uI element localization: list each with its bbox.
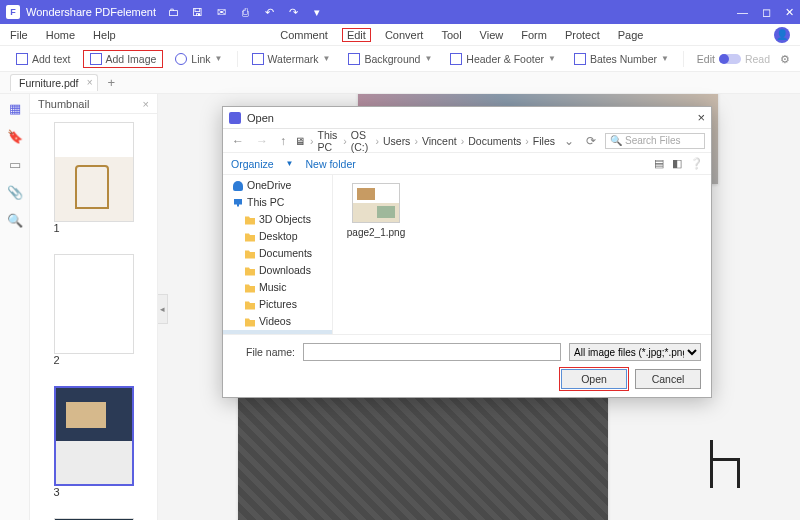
menu-home[interactable]: Home [46,29,75,41]
rail-attachments-icon[interactable]: 📎 [7,184,23,200]
organize-menu[interactable]: Organize [231,158,274,170]
page-thumb-3[interactable] [54,386,134,486]
tree-node[interactable]: OneDrive [223,177,332,194]
filetype-filter[interactable]: All image files (*.jpg;*.png;*.tif;* [569,343,701,361]
menu-edit[interactable]: Edit [342,28,371,42]
menu-view[interactable]: View [480,29,504,41]
rail-bookmarks-icon[interactable]: 🔖 [7,128,23,144]
folder-icon [245,249,255,259]
collapse-panel-handle[interactable]: ◂ [158,294,168,324]
undo-icon[interactable]: ↶ [262,5,276,19]
dialog-app-icon [229,112,241,124]
folder-icon [245,266,255,276]
folder-icon [245,215,255,225]
panel-close-icon[interactable]: × [143,98,149,110]
tree-node[interactable]: Pictures [223,296,332,313]
user-avatar-icon[interactable]: 👤 [774,27,790,43]
edit-read-toggle[interactable] [719,54,741,64]
bates-icon [574,53,586,65]
folder-icon [245,283,255,293]
left-rail: ▦ 🔖 ▭ 📎 🔍 [0,94,30,520]
file-name: page2_1.png [347,227,405,238]
open-file-dialog: Open × ← → ↑ 🖥› This PC› OS (C:)› Users›… [222,106,712,398]
rail-thumbnails-icon[interactable]: ▦ [7,100,23,116]
tool-add-image[interactable]: Add Image [83,50,164,68]
refresh-icon[interactable]: ⟳ [583,134,599,148]
tree-node[interactable]: Documents [223,245,332,262]
open-button[interactable]: Open [561,369,627,389]
tree-node[interactable]: Videos [223,313,332,330]
nav-forward-icon[interactable]: → [253,134,271,148]
help-icon[interactable]: ❔ [690,157,703,170]
menu-tool[interactable]: Tool [441,29,461,41]
preview-pane-icon[interactable]: ◧ [672,157,682,170]
more-icon[interactable]: ▾ [310,5,324,19]
chevron-down-icon[interactable]: ⌄ [561,134,577,148]
dialog-close-icon[interactable]: × [697,110,705,125]
file-list[interactable]: page2_1.png [333,175,711,334]
thumbnail-title: Thumbnail [38,98,89,110]
tool-add-text[interactable]: Add text [10,51,77,67]
tree-node[interactable]: Music [223,279,332,296]
folder-icon [245,300,255,310]
menubar: File Home Help Comment Edit Convert Tool… [0,24,800,46]
tab-furniture[interactable]: Furniture.pdf × [10,74,98,91]
redo-icon[interactable]: ↷ [286,5,300,19]
tab-close-icon[interactable]: × [87,77,93,88]
tree-node[interactable]: Desktop [223,228,332,245]
app-logo: F [6,5,20,19]
view-mode-icon[interactable]: ▤ [654,157,664,170]
settings-icon[interactable]: ⚙ [780,53,790,65]
cloud-icon [233,181,243,191]
folder-icon [245,317,255,327]
tool-header-footer[interactable]: Header & Footer▼ [444,51,562,67]
tool-link[interactable]: Link▼ [169,51,228,67]
page-thumb-1[interactable] [54,122,134,222]
menu-help[interactable]: Help [93,29,116,41]
chair-graphic [710,440,750,490]
menu-convert[interactable]: Convert [385,29,424,41]
image-icon [90,53,102,65]
nav-up-icon[interactable]: ↑ [277,134,289,148]
file-item[interactable]: page2_1.png [341,183,411,238]
nav-back-icon[interactable]: ← [229,134,247,148]
rail-search-icon[interactable]: 🔍 [7,212,23,228]
search-icon: 🔍 [610,135,622,146]
watermark-icon [252,53,264,65]
folder-tree[interactable]: OneDriveThis PC3D ObjectsDesktopDocument… [223,175,333,334]
close-icon[interactable]: ✕ [785,6,794,19]
rail-comments-icon[interactable]: ▭ [7,156,23,172]
menu-protect[interactable]: Protect [565,29,600,41]
text-icon [16,53,28,65]
mode-edit-label: Edit [697,53,715,65]
tree-node[interactable]: Downloads [223,262,332,279]
pc-icon [233,198,243,208]
tree-node[interactable]: 3D Objects [223,211,332,228]
menu-file[interactable]: File [10,29,28,41]
document-tabs: Furniture.pdf × + [0,72,800,94]
background-icon [348,53,360,65]
thumbnail-panel: Thumbnail × 1 2 3 4 [30,94,158,520]
minimize-icon[interactable]: — [737,6,748,19]
cancel-button[interactable]: Cancel [635,369,701,389]
dialog-search-input[interactable]: 🔍Search Files [605,133,705,149]
new-folder-button[interactable]: New folder [306,158,356,170]
tool-background[interactable]: Background▼ [342,51,438,67]
open-folder-icon[interactable]: 🗀 [166,5,180,19]
menu-form[interactable]: Form [521,29,547,41]
tree-node[interactable]: This PC [223,194,332,211]
filename-input[interactable] [303,343,561,361]
dialog-title: Open [247,112,274,124]
print-icon[interactable]: ⎙ [238,5,252,19]
menu-comment[interactable]: Comment [280,29,328,41]
header-footer-icon [450,53,462,65]
page-thumb-2[interactable] [54,254,134,354]
maximize-icon[interactable]: ◻ [762,6,771,19]
breadcrumb[interactable]: 🖥› This PC› OS (C:)› Users› Vincent› Doc… [295,129,555,153]
tool-watermark[interactable]: Watermark▼ [246,51,337,67]
mail-icon[interactable]: ✉ [214,5,228,19]
save-icon[interactable]: 🖫 [190,5,204,19]
menu-page[interactable]: Page [618,29,644,41]
tool-bates-number[interactable]: Bates Number▼ [568,51,675,67]
new-tab-button[interactable]: + [104,75,120,90]
